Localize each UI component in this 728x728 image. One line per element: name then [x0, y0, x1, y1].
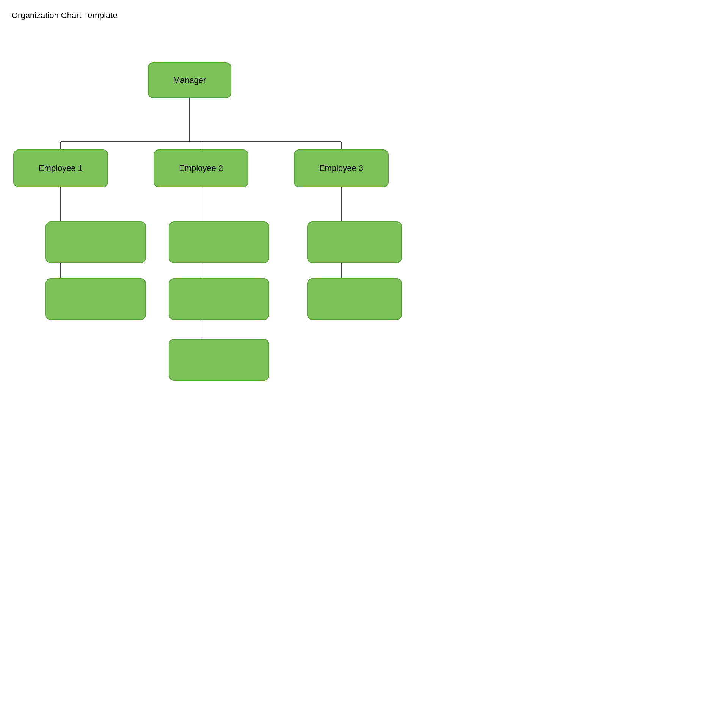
- employee3-node[interactable]: Employee 3: [294, 149, 389, 187]
- emp2-sub1-node[interactable]: [169, 221, 269, 263]
- employee2-node[interactable]: Employee 2: [154, 149, 248, 187]
- emp2-sub2-node[interactable]: [169, 278, 269, 320]
- emp2-sub3-node[interactable]: [169, 339, 269, 381]
- org-chart: Manager Employee 1 Employee 2 Employee 3: [0, 20, 410, 407]
- emp1-sub1-node[interactable]: [46, 221, 146, 263]
- emp3-sub1-node[interactable]: [307, 221, 402, 263]
- employee3-label: Employee 3: [319, 163, 363, 173]
- manager-label: Manager: [173, 75, 206, 85]
- employee2-label: Employee 2: [179, 163, 223, 173]
- emp3-sub2-node[interactable]: [307, 278, 402, 320]
- employee1-label: Employee 1: [39, 163, 83, 173]
- employee1-node[interactable]: Employee 1: [13, 149, 108, 187]
- page-title: Organization Chart Template: [0, 0, 410, 20]
- emp1-sub2-node[interactable]: [46, 278, 146, 320]
- manager-node[interactable]: Manager: [148, 62, 231, 98]
